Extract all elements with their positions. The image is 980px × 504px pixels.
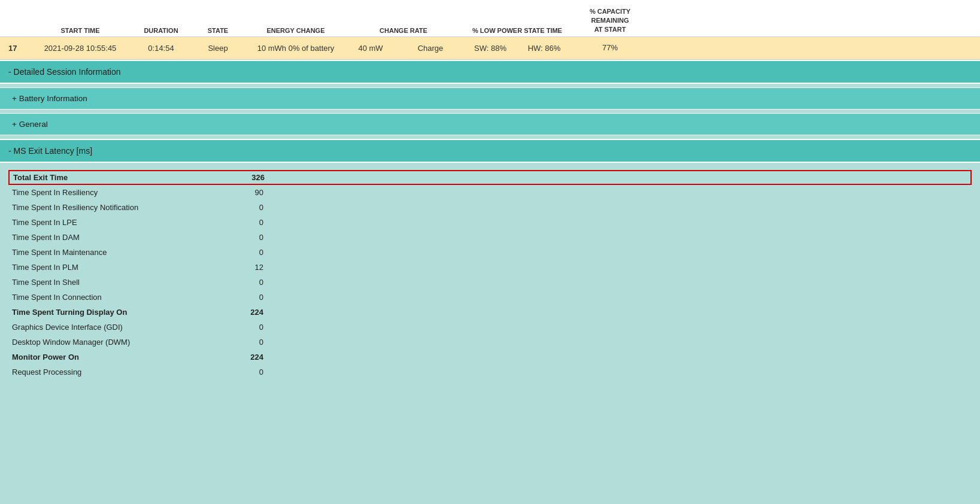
table-row: Total Exit Time326 <box>8 170 972 185</box>
row-value: 0 <box>216 248 263 257</box>
table-row: Request Processing0 <box>12 365 968 379</box>
row-value: 0 <box>216 203 263 212</box>
row-label: Time Spent In PLM <box>12 263 216 272</box>
row-rate-mw: 40 mW <box>344 44 398 53</box>
section-general[interactable]: + General <box>0 113 980 135</box>
col-header-energy: ENERGY CHANGE <box>248 27 344 34</box>
row-label: Time Spent In DAM <box>12 233 216 242</box>
row-value: 0 <box>216 338 263 347</box>
table-row: Desktop Window Manager (DWM)0 <box>12 335 968 350</box>
col-header-lps: % LOW POWER STATE TIME <box>463 27 571 34</box>
row-label: Time Spent Turning Display On <box>12 308 216 317</box>
row-lps-hw: HW: 86% <box>517 44 571 53</box>
ms-exit-table: Total Exit Time326Time Spent In Resilien… <box>0 163 980 391</box>
row-energy: 10 mWh 0% of battery <box>248 44 344 53</box>
row-value: 0 <box>216 278 263 287</box>
col-header-rate: CHANGE RATE <box>344 27 463 34</box>
section-detailed-session[interactable]: - Detailed Session Information <box>0 60 980 84</box>
table-row: Time Spent In Resiliency90 <box>12 185 968 200</box>
col-header-state: STATE <box>188 27 248 34</box>
row-label: Time Spent In Shell <box>12 278 216 287</box>
table-row: Time Spent In Resiliency Notification0 <box>12 200 968 215</box>
row-label: Time Spent In Maintenance <box>12 248 216 257</box>
table-row: Time Spent In DAM0 <box>12 230 968 245</box>
table-row: Graphics Device Interface (GDI)0 <box>12 320 968 335</box>
row-label: Time Spent In Connection <box>12 293 216 302</box>
row-label: Total Exit Time <box>13 173 217 182</box>
table-row: Time Spent In Shell0 <box>12 275 968 290</box>
row-label: Graphics Device Interface (GDI) <box>12 323 216 332</box>
section-battery-info[interactable]: + Battery Information <box>0 87 980 110</box>
row-value: 326 <box>217 173 265 182</box>
row-label: Time Spent In Resiliency Notification <box>12 203 216 212</box>
table-header: START TIME DURATION STATE ENERGY CHANGE … <box>0 0 980 37</box>
table-row: Time Spent Turning Display On224 <box>12 305 968 320</box>
col-header-cap: % CAPACITYREMAININGAT START <box>571 7 649 34</box>
row-value: 12 <box>216 263 263 272</box>
section-ms-exit-header[interactable]: - MS Exit Latency [ms] <box>0 139 980 163</box>
row-state: Sleep <box>188 44 248 53</box>
table-row: Time Spent In Connection0 <box>12 290 968 305</box>
data-row-17: 17 2021-09-28 10:55:45 0:14:54 Sleep 10 … <box>0 37 980 60</box>
row-label: Monitor Power On <box>12 353 216 362</box>
row-value: 0 <box>216 233 263 242</box>
table-row: Monitor Power On224 <box>12 350 968 365</box>
row-value: 0 <box>216 293 263 302</box>
row-label: Time Spent In LPE <box>12 218 216 227</box>
row-value: 0 <box>216 368 263 377</box>
row-start-time: 2021-09-28 10:55:45 <box>26 44 134 53</box>
row-duration: 0:14:54 <box>134 44 188 53</box>
row-value: 90 <box>216 188 263 197</box>
table-row: Time Spent In Maintenance0 <box>12 245 968 260</box>
row-num: 17 <box>5 44 26 53</box>
row-value: 0 <box>216 218 263 227</box>
table-row: Time Spent In LPE0 <box>12 215 968 230</box>
main-content: - Detailed Session Information + Battery… <box>0 60 980 391</box>
row-capacity: 77% <box>571 43 649 53</box>
col-header-duration: DURATION <box>134 27 188 34</box>
row-value: 224 <box>216 308 263 317</box>
row-label: Desktop Window Manager (DWM) <box>12 338 216 347</box>
row-label: Time Spent In Resiliency <box>12 188 216 197</box>
row-value: 224 <box>216 353 263 362</box>
row-rate-charge: Charge <box>398 44 463 53</box>
row-value: 0 <box>216 323 263 332</box>
row-label: Request Processing <box>12 368 216 377</box>
row-lps-sw: SW: 88% <box>463 44 517 53</box>
table-row: Time Spent In PLM12 <box>12 260 968 275</box>
col-header-start: START TIME <box>26 27 134 34</box>
section-ms-exit: - MS Exit Latency [ms] Total Exit Time32… <box>0 139 980 391</box>
